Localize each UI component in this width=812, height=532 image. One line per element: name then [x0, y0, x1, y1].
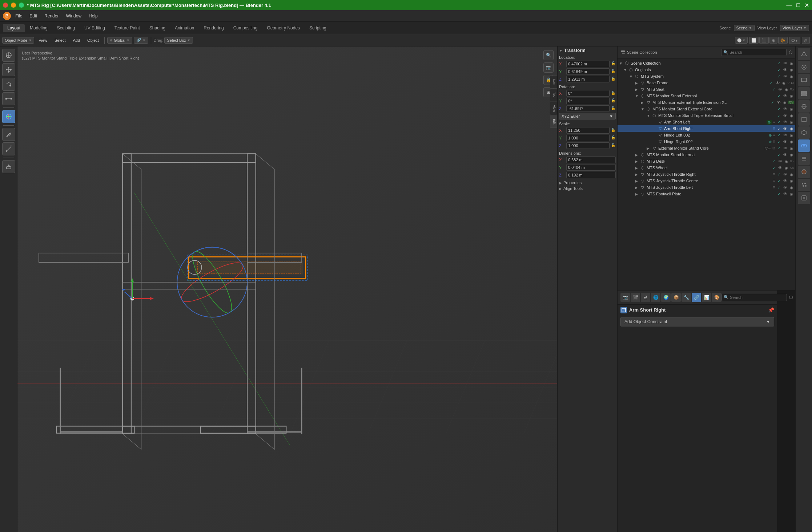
arm-short-left-item[interactable]: ▶ ▽ Arm Short Left ⊕ ▽ ✓ 👁 ◉	[618, 119, 795, 125]
mts-joystick-centre-item[interactable]: ▶ ▽ MTS Joystick/Throttle Centre ▽ ✓ 👁 ◉	[618, 178, 795, 184]
annotate-tool-btn[interactable]	[2, 128, 15, 141]
add-object-btn[interactable]	[2, 160, 15, 173]
props-filter-icon[interactable]: ⬡	[789, 295, 793, 300]
menu-file[interactable]: File	[12, 12, 25, 20]
loc-z-lock[interactable]: 🔓	[611, 77, 616, 82]
rot-y-lock[interactable]: 🔓	[611, 98, 616, 103]
object-mode-selector[interactable]: Object Mode ▼	[2, 37, 34, 44]
data-props-btn[interactable]: 📊	[702, 293, 711, 302]
material-props-btn[interactable]: 🎨	[712, 293, 721, 302]
tab-layout[interactable]: Layout	[3, 24, 25, 32]
tool-tab[interactable]: Tool	[550, 89, 557, 102]
blender-logo[interactable]: B	[3, 12, 11, 20]
r-world-btn[interactable]	[798, 100, 810, 113]
rot-z-input[interactable]: -61.697°	[566, 105, 610, 112]
orientation-selector[interactable]: ⊕ Global ▼	[107, 37, 132, 44]
menu-render[interactable]: Render	[41, 12, 61, 20]
scene-props-btn[interactable]: 📷	[620, 293, 630, 302]
r-output-btn[interactable]	[798, 74, 810, 86]
mts-desk-item[interactable]: ▶ ⬡ MTS Desk ✓ 👁 ◉ ▽₂	[618, 158, 795, 165]
scene-selector[interactable]: Scene ▼	[734, 25, 755, 31]
solid-mode[interactable]: ⬛	[759, 37, 769, 44]
r-physics-btn[interactable]	[798, 192, 810, 204]
arm-short-right-item[interactable]: ▶ ▽ Arm Short Right ▽ ✓ 👁 ◉	[618, 125, 795, 132]
menu-window[interactable]: Window	[63, 12, 84, 20]
viewport-shading-btn[interactable]: ⬤ ▼	[735, 37, 748, 44]
rot-x-lock[interactable]: 🔓	[611, 91, 616, 96]
wireframe-mode[interactable]: ⬜	[749, 37, 759, 44]
zoom-gizmo[interactable]: 🔍	[543, 50, 554, 60]
rot-y-input[interactable]: 0°	[566, 98, 610, 104]
scale-z-lock[interactable]: 🔓	[611, 143, 616, 148]
mts-joystick-right-item[interactable]: ▶ ▽ MTS Joystick/Throttle Right ▽ ✓ 👁 ◉	[618, 171, 795, 178]
menu-edit[interactable]: Edit	[27, 12, 40, 20]
loc-y-lock[interactable]: 🔓	[611, 69, 616, 74]
mts-joystick-left-item[interactable]: ▶ ▽ MTS Joystick/Throttle Left ▽ ✓ 👁 ◉	[618, 184, 795, 191]
tab-sculpting[interactable]: Sculpting	[53, 24, 79, 32]
material-mode[interactable]: ◉	[769, 37, 777, 44]
base-frame-item[interactable]: ▶ ▽ Base Frame ✓ 👁 ◉ ▽ ⊡	[618, 80, 795, 86]
header-object[interactable]: Object	[84, 37, 102, 44]
mts-seat-item[interactable]: ▶ ▽ MTS Seat ✓ 👁 ◉ ▽₃	[618, 86, 795, 93]
scale-tool-btn[interactable]	[2, 92, 15, 105]
viewport[interactable]: User Perspective (327) MTS Monitor Stand…	[17, 46, 617, 532]
eye-icon[interactable]: 👁	[783, 61, 788, 65]
mts-triple-small-item[interactable]: ▼ ⬡ MTS Monitor Stand Triple Extension S…	[618, 112, 795, 119]
mts-monitor-core-item[interactable]: ▼ ⬡ MTS Monitor Stand External Core ✓ 👁 …	[618, 106, 795, 112]
mts-wheel-item[interactable]: ▶ ⬡ MTS Wheel ✓ 👁 ◉ ▽₃	[618, 165, 795, 171]
render-props-btn[interactable]: 🎬	[631, 293, 640, 302]
r-constraint-btn[interactable]	[798, 139, 810, 152]
edit-tab[interactable]: Edit	[550, 115, 557, 128]
rotation-mode-selector[interactable]: XYZ Euler ▼	[559, 113, 616, 119]
r-viewlayer-btn[interactable]	[798, 87, 810, 100]
measure-tool-btn[interactable]	[2, 142, 15, 155]
view-layer-selector[interactable]: View Layer ▼	[780, 25, 809, 31]
tab-rendering[interactable]: Rendering	[199, 24, 228, 32]
output-props-btn[interactable]: 🖨	[641, 293, 650, 302]
tab-uv-editing[interactable]: UV Editing	[80, 24, 109, 32]
r-object-btn[interactable]	[798, 113, 810, 126]
camera-gizmo[interactable]: 📷	[543, 62, 554, 73]
rot-z-lock[interactable]: 🔓	[611, 106, 616, 111]
overlay-toggle[interactable]: ⬡▼	[789, 37, 800, 44]
tab-modeling[interactable]: Modeling	[25, 24, 52, 32]
maximize-window-btn[interactable]	[19, 3, 24, 8]
constraint-props-btn[interactable]: 🔗	[692, 293, 701, 302]
add-object-constraint-btn[interactable]: Add Object Constraint ▼	[620, 317, 774, 326]
close-window-btn[interactable]	[3, 3, 8, 8]
align-tools-expand-btn[interactable]: ▶ Align Tools	[559, 186, 616, 191]
mts-monitor-xl-item[interactable]: ▶ ▽ MTS Monitor External Triple Extensio…	[618, 99, 795, 106]
scale-y-input[interactable]: 1.000	[566, 135, 610, 141]
view-layer-props-btn[interactable]: 🌐	[651, 293, 660, 302]
loc-z-input[interactable]: 1.2911 m	[566, 76, 610, 82]
scale-z-input[interactable]: 1.000	[566, 142, 610, 149]
cursor-tool-btn[interactable]	[2, 49, 15, 62]
tab-texture-paint[interactable]: Texture Paint	[110, 24, 144, 32]
outliner-filter-icon[interactable]: ⬡	[789, 50, 792, 55]
header-select[interactable]: Select	[52, 37, 69, 44]
modifier-props-btn[interactable]: 🔧	[682, 293, 691, 302]
tab-compositing[interactable]: Compositing	[229, 24, 262, 32]
r-render-btn[interactable]	[798, 61, 810, 73]
vis-check[interactable]: ✓	[776, 61, 781, 65]
object-props-btn[interactable]: 📦	[671, 293, 681, 302]
dim-y-input[interactable]: 0.0404 m	[566, 164, 616, 171]
pin-icon[interactable]: 📌	[768, 307, 774, 313]
r-material-btn[interactable]	[798, 166, 810, 178]
outliner-search-input[interactable]	[721, 49, 787, 56]
item-tab[interactable]: Item	[550, 76, 557, 89]
minimize-btn[interactable]: —	[786, 2, 792, 9]
tab-geometry-nodes[interactable]: Geometry Nodes	[262, 24, 304, 32]
rotate-tool-btn[interactable]	[2, 78, 15, 91]
header-view[interactable]: View	[36, 37, 50, 44]
hinge-left-item[interactable]: ▶ ▽ Hinge Left.002 ⊕ ▽ ✓ 👁 ◉	[618, 132, 795, 138]
header-add[interactable]: Add	[70, 37, 83, 44]
close-btn[interactable]: ✕	[804, 2, 809, 9]
render-icon[interactable]: ◉	[789, 61, 794, 65]
xray-toggle[interactable]: ◎	[802, 37, 810, 44]
minimize-window-btn[interactable]	[11, 3, 16, 8]
tab-animation[interactable]: Animation	[170, 24, 198, 32]
scene-collection-item[interactable]: ▼ ⬡ Scene Collection ✓ 👁 ◉	[618, 60, 795, 66]
loc-y-input[interactable]: 0.61649 m	[566, 68, 610, 75]
r-scene-btn[interactable]	[798, 48, 810, 60]
